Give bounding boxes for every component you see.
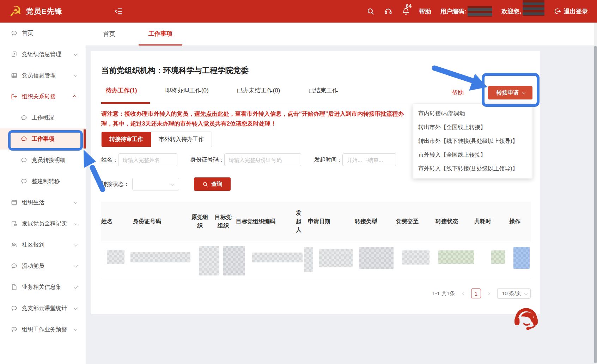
chat-icon — [11, 30, 18, 37]
tab-finished-work[interactable]: 已结束工作 — [308, 86, 338, 102]
help-link[interactable]: 帮助 — [452, 89, 464, 97]
chat-icon — [20, 135, 28, 142]
sidebar-item-community-report[interactable]: 社区报到 — [0, 234, 86, 255]
col-original-org: 原党组织 — [189, 213, 211, 230]
topbar: ☭ 党员E先锋 64 帮助 用户编码: 欢迎您, 退出登录 — [0, 0, 597, 23]
sidebar-item-develop-record[interactable]: 发展党员全程记实 — [0, 213, 86, 234]
tab-upcoming-work[interactable]: 即将办理工作(0) — [165, 86, 209, 102]
sidebar-item-mobile-members[interactable]: 流动党员 — [0, 255, 86, 277]
col-target-org: 目标党组织 — [214, 213, 232, 230]
tab-pending-work[interactable]: 待办工作(1) — [106, 86, 137, 102]
collapse-menu-icon[interactable] — [114, 7, 123, 16]
vertical-scrollbar[interactable] — [594, 23, 597, 364]
col-actions: 操作 — [499, 217, 531, 226]
redacted-action-cell — [513, 247, 530, 269]
main-card: 当前党组织机构：环境科学与工程学院党委 待办工作(1) 即将办理工作(0) 已办… — [91, 51, 540, 314]
chevron-down-icon — [74, 306, 78, 310]
menu-item-in-city-offline[interactable]: 市外转入【线下转接(县处级以上领导)】 — [413, 162, 532, 176]
sidebar-item-home[interactable]: 首页 — [0, 23, 86, 44]
active-item-indicator — [84, 129, 86, 148]
chevron-up-icon — [73, 95, 77, 99]
transfer-request-button[interactable]: 转接申请 — [488, 86, 532, 99]
customer-service-icon — [512, 304, 540, 332]
chevron-down-icon — [74, 263, 78, 267]
chevron-down-icon — [74, 200, 78, 204]
subtab-transfer-pending-review[interactable]: 转接待审工作 — [102, 132, 151, 147]
people-icon — [11, 241, 18, 248]
id-number-label: 身份证号码： — [190, 156, 224, 164]
notice-click-here-link[interactable]: 请先点击此处 — [194, 110, 229, 117]
menu-item-intra-city-transfer[interactable]: 市内转接/内部调动 — [413, 107, 532, 121]
page-size-select[interactable]: 10 条/页 — [497, 288, 531, 299]
sidebar-item-transfer-detail[interactable]: 党员转接明细 — [0, 150, 86, 171]
logout-button[interactable]: 退出登录 — [554, 7, 588, 16]
welcome-label: 欢迎您, — [501, 7, 521, 16]
redacted-initiator-cell — [304, 247, 313, 272]
calendar-icon — [11, 199, 18, 206]
transfer-status-select[interactable] — [132, 178, 179, 190]
redacted-transfer-type-cell — [359, 247, 394, 269]
chevron-down-icon — [74, 327, 78, 331]
start-time-range-input[interactable] — [342, 153, 396, 166]
col-initiator: 发起人 — [295, 209, 302, 234]
sidebar-item-member-info[interactable]: 党员信息管理 — [0, 65, 86, 86]
page-number-button[interactable]: 1 — [471, 289, 481, 298]
document-icon — [11, 51, 18, 58]
chevron-down-icon — [524, 292, 528, 296]
next-page-icon[interactable]: › — [487, 290, 492, 297]
help-topbar-link[interactable]: 帮助 — [419, 7, 431, 16]
col-total-time: 共耗时 — [467, 217, 499, 226]
doc-seal-icon — [11, 220, 18, 227]
scrollbar-thumb[interactable] — [594, 46, 597, 363]
col-apply-date: 申请日期 — [305, 217, 345, 226]
pagination-summary: 1-1 共1条 — [432, 290, 455, 297]
customer-service-button[interactable] — [512, 304, 540, 332]
name-input[interactable] — [118, 153, 177, 166]
chevron-down-icon — [170, 182, 174, 186]
tab-unfinished-work[interactable]: 已办未结工作(0) — [237, 86, 280, 102]
filter-row-2: 转接状态： 查询 — [101, 177, 231, 191]
sidebar-item-cloud-class-stats[interactable]: 党支部云课堂统计 — [0, 298, 86, 319]
pagination: 1-1 共1条 ‹ 1 › 10 条/页 — [432, 288, 531, 299]
sidebar-item-bulk-transfer[interactable]: 整建制转移 — [0, 171, 86, 192]
redacted-target-org-cell — [223, 246, 245, 275]
redacted-user-name — [523, 0, 544, 16]
sidebar-item-work-items[interactable]: 工作事项 — [0, 128, 86, 150]
prev-page-icon[interactable]: ‹ — [461, 290, 465, 297]
chat-icon — [11, 326, 18, 333]
sidebar-item-work-warning[interactable]: 组织工作业务预警 — [0, 319, 86, 340]
id-number-input[interactable] — [224, 153, 301, 166]
col-target-org-code: 目标党组织编码 — [236, 217, 292, 226]
current-org-title: 当前党组织机构：环境科学与工程学院党委 — [101, 65, 249, 76]
bell-icon[interactable]: 64 — [402, 7, 410, 16]
name-label: 姓名： — [101, 156, 118, 164]
sidebar-item-org-info[interactable]: 党组织信息管理 — [0, 44, 86, 65]
sidebar-item-business-info[interactable]: 业务相关信息集 — [0, 277, 86, 298]
sidebar-item-work-overview[interactable]: 工作概况 — [0, 107, 86, 128]
work-items-table: 姓名 身份证号码 原党组织 目标党组织 目标党组织编码 发起人 申请日期 转接类… — [101, 202, 531, 279]
sidebar-item-relation-transfer[interactable]: 组织关系转接 — [0, 86, 86, 107]
filter-row-1: 姓名： 身份证号码： 发起时间： — [101, 153, 396, 166]
search-icon[interactable] — [366, 7, 375, 16]
party-emblem-icon: ☭ — [9, 4, 22, 18]
redacted-dues-cell — [402, 250, 430, 265]
col-transfer-type: 转接类型 — [345, 217, 388, 226]
redacted-original-org-cell — [199, 246, 219, 275]
menu-item-in-city-online[interactable]: 市外转入【全国线上转接】 — [413, 148, 532, 162]
col-id-number: 身份证号码 — [133, 217, 189, 226]
sidebar-item-org-life[interactable]: 组织生活 — [0, 192, 86, 213]
logout-icon — [554, 7, 561, 15]
page-tab-home[interactable]: 首页 — [93, 23, 125, 46]
table-header-row: 姓名 身份证号码 原党组织 目标党组织 目标党组织编码 发起人 申请日期 转接类… — [101, 202, 531, 241]
redacted-apply-date-cell — [319, 249, 353, 267]
menu-item-out-city-offline[interactable]: 转出市外【线下转接(县处级以上领导)】 — [413, 134, 532, 148]
chat-icon — [20, 157, 28, 164]
page-tab-work-items[interactable]: 工作事项 — [139, 23, 182, 46]
table-row-redacted[interactable] — [101, 241, 531, 279]
menu-item-out-city-online[interactable]: 转出市外【全国线上转接】 — [413, 121, 532, 134]
transfer-icon — [11, 93, 18, 100]
subtab-outside-city-pending[interactable]: 市外转入待办工作 — [151, 132, 212, 147]
search-query-button[interactable]: 查询 — [194, 177, 231, 191]
headset-icon[interactable] — [384, 7, 392, 16]
chat-icon — [11, 262, 18, 269]
